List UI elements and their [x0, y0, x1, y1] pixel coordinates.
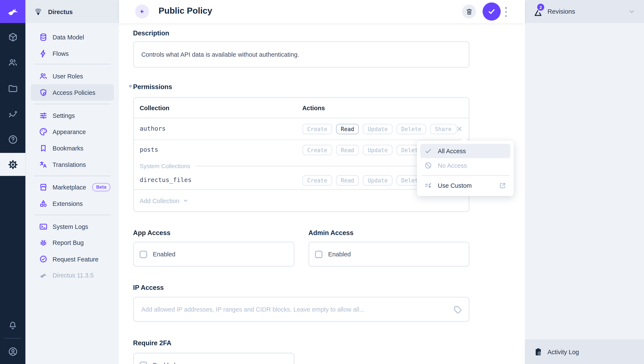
description-value: Controls what API data is available with…: [141, 51, 299, 58]
menu-item-all-access[interactable]: All Access: [420, 144, 510, 158]
sidebar-item-access-policies[interactable]: Access Policies: [31, 84, 114, 101]
terminal-icon: [39, 222, 48, 231]
module-bar-divider: [4, 338, 21, 339]
module-settings-active[interactable]: [0, 153, 26, 176]
revisions-delta-icon: 2: [533, 5, 544, 18]
sidebar-item-marketplace[interactable]: Marketplace Beta: [31, 179, 114, 195]
directus-rabbit-logo: [6, 5, 20, 18]
app-access-checkbox-label: Enabled: [153, 251, 175, 258]
admin-access-checkbox-label: Enabled: [328, 251, 351, 258]
sidebar-item-translations[interactable]: Translations: [31, 156, 114, 173]
column-header-actions: Actions: [302, 104, 325, 112]
sidebar-item-extensions[interactable]: Extensions: [31, 195, 114, 212]
revisions-label: Revisions: [548, 8, 575, 15]
checkmark-icon: [424, 147, 432, 155]
ip-access-input[interactable]: Add allowed IP addresses, IP ranges and …: [133, 297, 469, 322]
nav-divider: [34, 104, 110, 104]
user-menu-button[interactable]: [0, 342, 26, 360]
sidebar-item-label: Flows: [52, 50, 69, 57]
sidebar-item-flows[interactable]: Flows: [31, 45, 114, 62]
admin-access-checkbox[interactable]: [315, 250, 322, 258]
main-content: Public Policy Description Controls what …: [119, 0, 525, 364]
delete-button[interactable]: [462, 5, 476, 19]
revisions-section-header[interactable]: 2 Revisions: [525, 0, 644, 23]
project-name: Directus: [48, 8, 73, 15]
page-title: Public Policy: [158, 6, 212, 16]
rule-icon: [424, 182, 432, 189]
sidebar-item-label: Report Bug: [52, 239, 84, 246]
settings-nav-sidebar: Directus Data Model Flows User Roles Acc…: [26, 0, 119, 364]
column-header-collection: Collection: [140, 104, 170, 112]
sidebar-item-label: User Roles: [52, 73, 83, 80]
action-chip-update[interactable]: Update: [363, 124, 392, 134]
require-2fa-field: Enabled: [133, 353, 294, 364]
action-chips: Create Read Update Delete Share: [302, 119, 456, 139]
module-content[interactable]: [0, 28, 26, 46]
menu-item-label: Use Custom: [438, 182, 472, 189]
sidebar-item-settings[interactable]: Settings: [31, 107, 114, 124]
module-files[interactable]: [0, 79, 26, 97]
project-header[interactable]: Directus: [26, 0, 119, 23]
sidebar-item-report-bug[interactable]: Report Bug: [31, 234, 114, 251]
module-insights[interactable]: [0, 105, 26, 123]
table-row-authors: authors Create Read Update Delete Share: [134, 119, 469, 139]
action-chip-create[interactable]: Create: [302, 145, 332, 155]
sidebar-item-label: Bookmarks: [52, 145, 84, 152]
bookmark-icon: [39, 144, 48, 152]
box-icon: [8, 32, 18, 42]
save-button[interactable]: [482, 3, 501, 21]
action-chip-update[interactable]: Update: [363, 145, 392, 155]
sidebar-item-label: Extensions: [52, 200, 83, 207]
action-chip-create[interactable]: Create: [302, 124, 332, 134]
more-options-button[interactable]: [504, 7, 508, 17]
sidebar-item-data-model[interactable]: Data Model: [31, 29, 114, 45]
require-2fa-checkbox[interactable]: [140, 361, 147, 364]
sidebar-item-system-logs[interactable]: System Logs: [31, 218, 114, 235]
back-arrow-icon: [138, 8, 146, 16]
sidebar-item-label: System Logs: [52, 223, 88, 230]
revisions-count-badge: 2: [537, 4, 544, 11]
shield-user-icon: [39, 88, 48, 97]
sidebar-item-user-roles[interactable]: User Roles: [31, 68, 114, 84]
bug-icon: [39, 238, 48, 247]
menu-divider: [421, 175, 510, 176]
people-icon: [8, 57, 18, 68]
app-access-checkbox[interactable]: [140, 250, 147, 258]
module-users[interactable]: [0, 54, 26, 72]
activity-log-bar[interactable]: Activity Log: [525, 339, 644, 364]
description-input[interactable]: Controls what API data is available with…: [133, 41, 469, 68]
sidebar-item-appearance[interactable]: Appearance: [31, 123, 114, 140]
add-collection-label: Add Collection: [140, 197, 180, 204]
bell-icon: [8, 320, 18, 330]
storefront-icon: [39, 183, 48, 191]
module-bar: [0, 0, 26, 364]
module-help[interactable]: [0, 130, 26, 148]
action-chip-delete[interactable]: Delete: [396, 124, 426, 134]
collection-name: directus_files: [140, 176, 192, 184]
action-chip-share[interactable]: Share: [430, 124, 456, 134]
action-chip-update[interactable]: Update: [363, 175, 392, 186]
back-button[interactable]: [135, 5, 149, 19]
sidebar-item-request-feature[interactable]: Request Feature: [31, 251, 114, 267]
edited-indicator-dot: [129, 85, 132, 88]
action-chip-read[interactable]: Read: [336, 175, 359, 186]
admin-access-label: Admin Access: [308, 229, 354, 237]
directus-rabbit-icon: [39, 271, 48, 279]
remove-row-icon[interactable]: [456, 125, 463, 132]
sidebar-item-label: Appearance: [52, 128, 86, 135]
action-chip-create[interactable]: Create: [302, 175, 332, 186]
directus-logo-button[interactable]: [0, 0, 26, 23]
admin-access-field: Enabled: [308, 242, 469, 267]
menu-item-use-custom[interactable]: Use Custom: [420, 178, 510, 193]
action-chip-read-active[interactable]: Read: [336, 124, 359, 134]
action-chip-read[interactable]: Read: [336, 145, 359, 155]
people-icon: [39, 72, 48, 80]
notifications-button[interactable]: [0, 316, 26, 334]
sidebar-item-label: Request Feature: [52, 255, 98, 263]
sidebar-item-bookmarks[interactable]: Bookmarks: [31, 140, 114, 156]
activity-clipboard-icon: [534, 347, 543, 356]
ip-access-label: IP Access: [133, 284, 164, 291]
sidebar-item-label: Marketplace: [52, 183, 86, 191]
menu-item-no-access[interactable]: No Access: [420, 158, 510, 172]
collection-name: authors: [140, 125, 166, 132]
